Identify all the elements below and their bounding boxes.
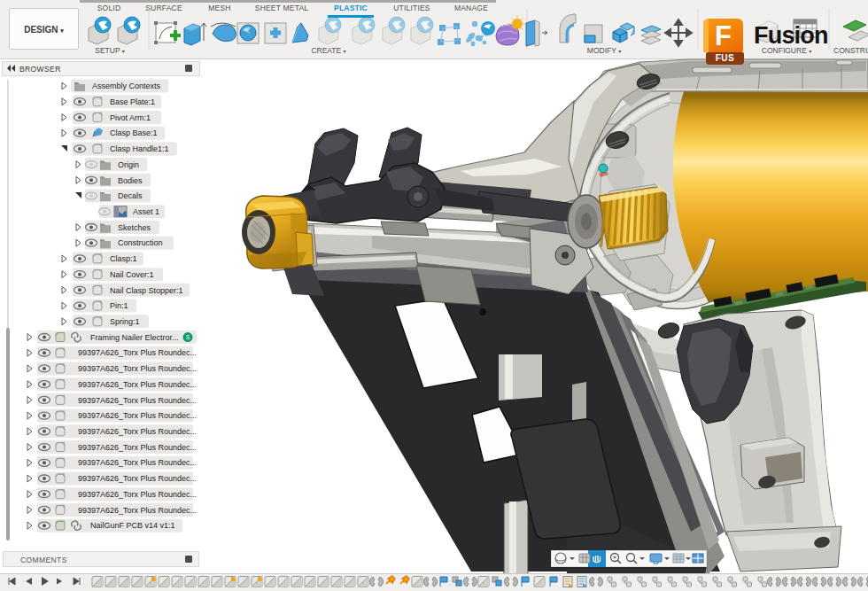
svg-text:Nail Clasp Stopper:1: Nail Clasp Stopper:1 [110, 286, 183, 295]
svg-text:99397A626_Torx Plus Roundec...: 99397A626_Torx Plus Roundec... [78, 411, 197, 420]
svg-text:Construction: Construction [118, 238, 163, 247]
svg-text:Nail Cover:1: Nail Cover:1 [110, 270, 154, 279]
svg-text:99397A626_Torx Plus Roundec...: 99397A626_Torx Plus Roundec... [78, 458, 197, 467]
svg-text:Assembly Contexts: Assembly Contexts [92, 82, 161, 90]
svg-text:NailGunF PCB v14 v1:1: NailGunF PCB v14 v1:1 [90, 521, 175, 530]
svg-text:Sketches: Sketches [118, 223, 151, 232]
svg-text:99397A626_Torx Plus Roundec...: 99397A626_Torx Plus Roundec... [78, 443, 197, 452]
svg-text:99397A626_Torx Plus Roundec...: 99397A626_Torx Plus Roundec... [78, 380, 197, 389]
svg-text:Framing Nailer Electror...: Framing Nailer Electror... [90, 333, 179, 342]
svg-text:Bodies: Bodies [118, 176, 143, 185]
svg-text:99397A626_Torx Plus Roundec...: 99397A626_Torx Plus Roundec... [78, 490, 197, 499]
svg-text:Clasp Base:1: Clasp Base:1 [110, 128, 158, 137]
svg-text:99397A626_Torx Plus Roundec...: 99397A626_Torx Plus Roundec... [78, 364, 197, 373]
svg-text:Spring:1: Spring:1 [110, 317, 140, 326]
svg-text:Clasp Handle1:1: Clasp Handle1:1 [110, 144, 169, 153]
svg-text:99397A626_Torx Plus Roundec...: 99397A626_Torx Plus Roundec... [78, 506, 197, 515]
svg-text:99397A626_Torx Plus Roundec...: 99397A626_Torx Plus Roundec... [78, 474, 197, 483]
svg-text:S: S [186, 334, 190, 340]
svg-text:Origin: Origin [118, 160, 139, 169]
svg-text:Pivot Arm:1: Pivot Arm:1 [110, 113, 151, 122]
svg-text:99397A626_Torx Plus Roundec...: 99397A626_Torx Plus Roundec... [78, 396, 197, 405]
svg-text:Base Plate:1: Base Plate:1 [110, 97, 155, 106]
svg-text:Decals: Decals [118, 191, 143, 200]
svg-text:Pin:1: Pin:1 [110, 301, 128, 310]
svg-text:Asset 1: Asset 1 [133, 207, 159, 216]
svg-text:99397A626_Torx Plus Roundec...: 99397A626_Torx Plus Roundec... [78, 348, 197, 357]
svg-text:99397A626_Torx Plus Roundec...: 99397A626_Torx Plus Roundec... [78, 427, 197, 436]
svg-text:Clasp:1: Clasp:1 [110, 254, 137, 263]
